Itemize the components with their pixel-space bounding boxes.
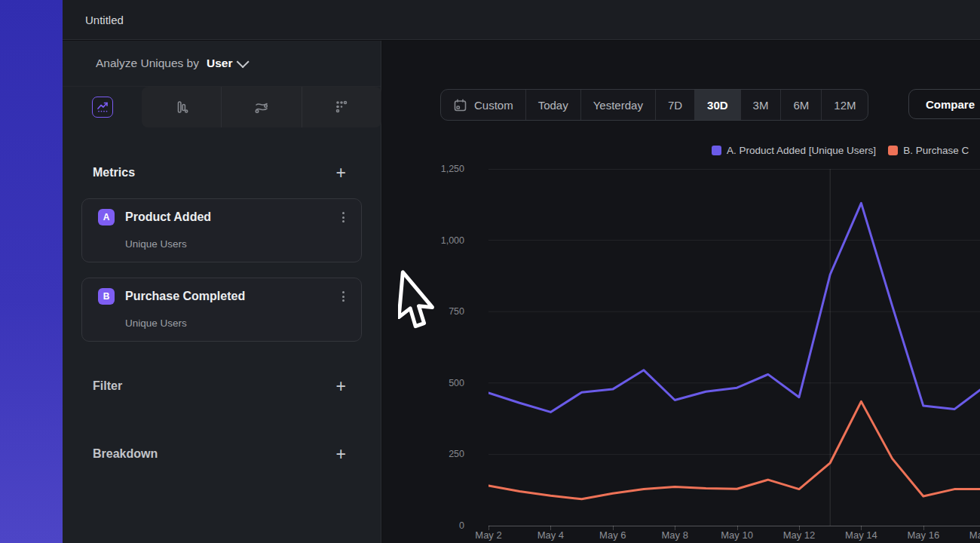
chart-legend: A. Product Added [Unique Users] B. Purch… [712, 145, 969, 156]
flows-icon [253, 99, 270, 115]
x-tick-label: May 14 [845, 529, 877, 541]
x-tick-label: May 2 [475, 529, 501, 541]
filter-title: Filter [93, 379, 122, 393]
chevron-down-icon[interactable] [237, 55, 250, 68]
y-tick-label: 0 [419, 520, 464, 531]
analyze-row: Analyze Uniques by User [63, 41, 381, 87]
metric-badge-b: B [98, 288, 115, 305]
line-chart-icon [96, 100, 109, 114]
legend-swatch-b [888, 146, 898, 155]
range-custom-button[interactable]: Custom [441, 90, 526, 120]
chart-panel: Custom Today Yesterday 7D 30D 3M 6M 12M … [382, 41, 980, 543]
metric-measure[interactable]: Unique Users [125, 318, 187, 329]
metric-name: Purchase Completed [125, 290, 245, 303]
range-7d-button[interactable]: 7D [656, 90, 695, 120]
chart-type-tabs [63, 87, 381, 127]
tab-flows[interactable] [221, 87, 301, 127]
date-range-toolbar: Custom Today Yesterday 7D 30D 3M 6M 12M [440, 89, 868, 121]
y-tick-label: 1,250 [419, 164, 464, 174]
tab-retention[interactable] [302, 87, 381, 127]
add-breakdown-button[interactable]: + [336, 446, 346, 462]
brand-gradient-strip [0, 0, 63, 543]
x-tick-label: May 10 [721, 529, 753, 541]
metrics-header: Metrics + [63, 161, 381, 184]
add-filter-button[interactable]: + [336, 379, 346, 394]
legend-swatch-a [712, 146, 721, 155]
line-chart-plot[interactable] [488, 169, 980, 526]
top-bar: Untitled [63, 0, 980, 40]
tab-bar-chart[interactable] [142, 87, 221, 127]
inactive-tabs-strip [142, 87, 381, 127]
filter-section: Filter + [63, 375, 381, 397]
bar-chart-icon [174, 100, 189, 115]
range-6m-button[interactable]: 6M [781, 90, 822, 120]
y-tick-label: 1,000 [419, 235, 464, 246]
range-yesterday-button[interactable]: Yesterday [581, 90, 656, 120]
app-window: { "window": { "title": "Untitled" }, "si… [0, 0, 980, 543]
kebab-menu-icon[interactable] [337, 289, 349, 304]
metric-card-a[interactable]: A Product Added Unique Users [81, 198, 362, 262]
y-tick-label: 500 [419, 378, 464, 388]
range-3m-button[interactable]: 3M [741, 90, 782, 120]
report-title[interactable]: Untitled [85, 14, 124, 26]
metric-name: Product Added [125, 210, 211, 224]
metric-card-b[interactable]: B Purchase Completed Unique Users [81, 278, 362, 342]
calendar-icon [453, 98, 467, 112]
x-tick-label: May 18 [969, 529, 980, 541]
analyze-entity-dropdown[interactable]: User [207, 57, 232, 70]
analyze-label: Analyze Uniques by [96, 57, 199, 70]
breakdown-title: Breakdown [93, 447, 158, 461]
x-tick-label: May 4 [537, 529, 564, 541]
y-tick-label: 750 [419, 306, 464, 317]
tab-insights-line-chart[interactable] [92, 97, 113, 118]
metric-measure[interactable]: Unique Users [125, 238, 187, 250]
metric-badge-a: A [98, 209, 115, 225]
add-metric-button[interactable]: + [336, 165, 346, 180]
metrics-title: Metrics [93, 166, 135, 179]
x-tick-label: May 16 [907, 529, 939, 541]
x-tick-label: May 12 [783, 529, 816, 541]
range-12m-button[interactable]: 12M [822, 90, 868, 120]
query-sidebar: Analyze Uniques by User [63, 41, 381, 543]
retention-icon [333, 99, 350, 115]
legend-label-a: A. Product Added [Unique Users] [727, 145, 876, 156]
x-tick-label: May 8 [661, 529, 688, 541]
compare-button[interactable]: Compare [908, 89, 980, 119]
kebab-menu-icon[interactable] [337, 210, 349, 225]
y-tick-label: 250 [419, 449, 464, 459]
breakdown-section: Breakdown + [63, 443, 381, 465]
range-today-button[interactable]: Today [526, 90, 581, 120]
x-tick-label: May 6 [599, 529, 626, 541]
legend-label-b: B. Purchase C [903, 145, 969, 156]
legend-item-a[interactable]: A. Product Added [Unique Users] [712, 145, 876, 156]
range-30d-button[interactable]: 30D [695, 90, 741, 120]
legend-item-b[interactable]: B. Purchase C [888, 145, 969, 156]
